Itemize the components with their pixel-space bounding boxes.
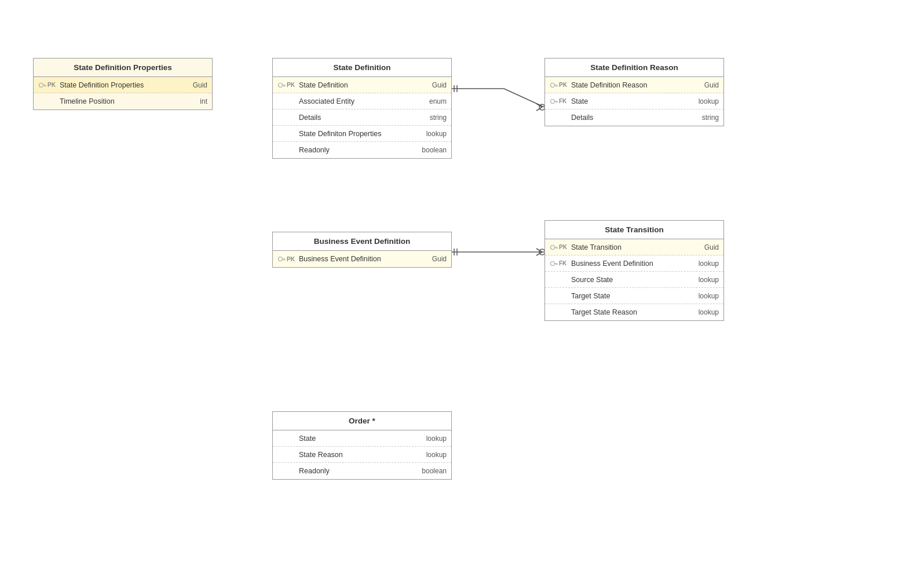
row-type: boolean bbox=[418, 467, 447, 475]
row-badge: FK bbox=[559, 98, 569, 104]
row-type: lookup bbox=[690, 260, 719, 268]
table-row: Source State lookup bbox=[545, 272, 723, 288]
svg-point-13 bbox=[39, 83, 43, 87]
table-state-definition: State Definition PK State Definition Gui… bbox=[272, 58, 452, 159]
row-type: enum bbox=[418, 97, 447, 105]
row-type: Guid bbox=[418, 81, 447, 89]
empty-icon bbox=[277, 114, 286, 122]
svg-point-37 bbox=[551, 261, 555, 265]
table-row: PK Business Event Definition Guid bbox=[273, 251, 451, 267]
row-name: Target State bbox=[571, 292, 690, 300]
row-type: lookup bbox=[690, 308, 719, 316]
svg-line-6 bbox=[536, 107, 542, 111]
empty-icon bbox=[550, 308, 558, 316]
empty-icon bbox=[277, 146, 286, 154]
row-name: Target State Reason bbox=[571, 308, 690, 316]
empty-icon bbox=[550, 292, 558, 300]
empty-icon bbox=[277, 97, 286, 105]
table-header: Business Event Definition bbox=[273, 232, 451, 251]
key-icon bbox=[550, 97, 558, 105]
table-header: State Transition bbox=[545, 221, 723, 239]
empty-icon bbox=[277, 451, 286, 459]
table-row: FK State lookup bbox=[545, 93, 723, 109]
svg-line-1 bbox=[504, 89, 544, 107]
row-name: Readonly bbox=[299, 467, 418, 475]
row-type: Guid bbox=[690, 243, 719, 251]
key-icon bbox=[550, 81, 558, 89]
table-row: Target State lookup bbox=[545, 288, 723, 304]
table-order: Order * State lookup State Reason lookup… bbox=[272, 411, 452, 480]
row-name: State Transition bbox=[571, 243, 690, 251]
row-type: lookup bbox=[690, 97, 719, 105]
row-name: State bbox=[299, 434, 418, 443]
row-name: Timeline Position bbox=[60, 97, 178, 105]
table-row: PK State Definition Guid bbox=[273, 77, 451, 93]
empty-icon bbox=[277, 434, 286, 443]
table-row: Details string bbox=[273, 109, 451, 126]
table-row: Readonly boolean bbox=[273, 463, 451, 479]
row-name: Business Event Definition bbox=[571, 260, 690, 268]
svg-line-11 bbox=[536, 249, 542, 252]
key-icon bbox=[277, 81, 286, 89]
row-name: Business Event Definition bbox=[299, 255, 418, 263]
empty-icon bbox=[550, 276, 558, 284]
table-row: Readonly boolean bbox=[273, 142, 451, 158]
row-badge: FK bbox=[559, 260, 569, 266]
row-name: State Definition Properties bbox=[60, 81, 178, 89]
table-row: Details string bbox=[545, 109, 723, 126]
row-badge: PK bbox=[287, 256, 297, 262]
row-type: lookup bbox=[418, 451, 447, 459]
row-badge: PK bbox=[287, 82, 297, 88]
row-type: Guid bbox=[690, 81, 719, 89]
table-row: PK State Definition Reason Guid bbox=[545, 77, 723, 93]
row-type: Guid bbox=[418, 255, 447, 263]
table-row: Associated Entity enum bbox=[273, 93, 451, 109]
row-badge: PK bbox=[559, 82, 569, 88]
table-row: PK State Definition Properties Guid bbox=[34, 77, 212, 93]
row-type: string bbox=[418, 114, 447, 122]
table-header: State Definition Properties bbox=[34, 59, 212, 77]
diagram-canvas: State Definition Properties PK State Def… bbox=[0, 0, 910, 588]
table-row: State lookup bbox=[273, 430, 451, 447]
key-icon bbox=[550, 260, 558, 268]
table-row: State Reason lookup bbox=[273, 447, 451, 463]
row-name: State Definiton Properties bbox=[299, 130, 418, 138]
svg-line-5 bbox=[536, 104, 542, 107]
svg-line-12 bbox=[536, 252, 542, 255]
row-type: boolean bbox=[418, 146, 447, 154]
key-icon bbox=[277, 255, 286, 263]
table-state-definition-reason: State Definition Reason PK State Definit… bbox=[544, 58, 724, 126]
row-name: State bbox=[571, 97, 690, 105]
row-name: Source State bbox=[571, 276, 690, 284]
row-name: Readonly bbox=[299, 146, 418, 154]
row-type: lookup bbox=[418, 130, 447, 138]
svg-point-21 bbox=[551, 83, 555, 87]
table-row: Target State Reason lookup bbox=[545, 304, 723, 320]
table-header: State Definition bbox=[273, 59, 451, 77]
table-row: FK Business Event Definition lookup bbox=[545, 255, 723, 272]
table-row: State Definiton Properties lookup bbox=[273, 126, 451, 142]
table-header: State Definition Reason bbox=[545, 59, 723, 77]
empty-icon bbox=[277, 130, 286, 138]
row-name: State Definition bbox=[299, 81, 418, 89]
empty-icon bbox=[550, 114, 558, 122]
svg-point-33 bbox=[551, 245, 555, 249]
row-type: lookup bbox=[418, 434, 447, 443]
row-badge: PK bbox=[559, 244, 569, 250]
row-name: Details bbox=[299, 114, 418, 122]
table-row: PK State Transition Guid bbox=[545, 239, 723, 255]
key-icon bbox=[38, 81, 46, 89]
table-state-transition: State Transition PK State Transition Gui… bbox=[544, 220, 724, 321]
table-business-event-definition: Business Event Definition PK Business Ev… bbox=[272, 232, 452, 268]
empty-icon bbox=[38, 97, 46, 105]
row-name: State Definition Reason bbox=[571, 81, 690, 89]
empty-icon bbox=[277, 467, 286, 475]
svg-point-17 bbox=[279, 83, 283, 87]
row-type: string bbox=[690, 114, 719, 122]
svg-point-29 bbox=[279, 257, 283, 261]
row-badge: PK bbox=[47, 82, 58, 88]
table-row: Timeline Position int bbox=[34, 93, 212, 109]
svg-point-25 bbox=[551, 99, 555, 103]
row-name: Details bbox=[571, 114, 690, 122]
row-name: State Reason bbox=[299, 451, 418, 459]
